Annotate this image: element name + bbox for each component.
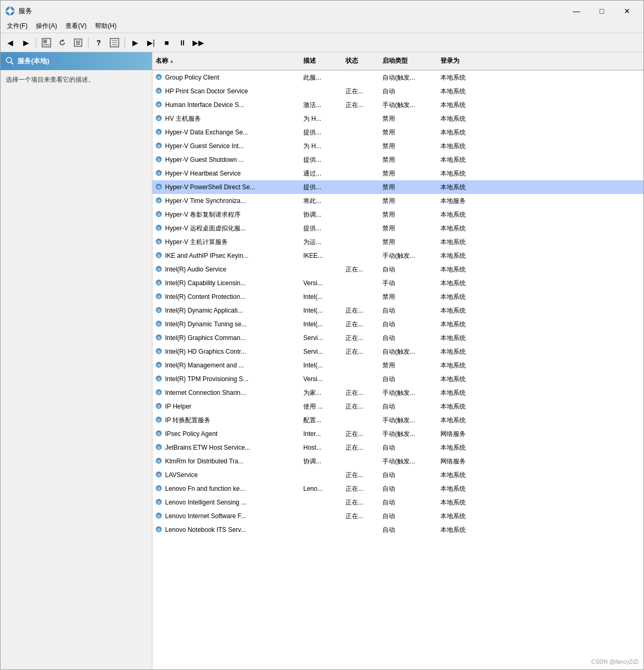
service-row[interactable]: Intel(R) Graphics Comman...Servi...正在...…: [152, 331, 643, 345]
service-row[interactable]: Hyper-V Guest Service Int...为 H...禁用本地系统: [152, 139, 643, 153]
service-row[interactable]: HP Print Scan Doctor Service正在...自动本地系统: [152, 84, 643, 98]
service-gear-icon: [155, 430, 163, 438]
service-row[interactable]: Hyper-V 卷影复制请求程序协调...禁用本地系统: [152, 208, 643, 221]
service-row[interactable]: IKE and AuthIP IPsec Keyin...IKEE...手动(触…: [152, 249, 643, 263]
service-row[interactable]: Hyper-V 远程桌面虚拟化服...提供...禁用本地系统: [152, 221, 643, 235]
col-header-status[interactable]: 状态: [342, 54, 379, 67]
service-row[interactable]: Group Policy Client此服...自动(触发...本地系统: [152, 71, 643, 84]
service-startup-cell: 手动(触发...: [379, 250, 437, 261]
app-icon: [5, 6, 15, 16]
service-logon-cell: 本地系统: [437, 497, 490, 508]
service-row[interactable]: Intel(R) Audio Service正在...自动本地系统: [152, 263, 643, 276]
menu-help[interactable]: 帮助(H): [91, 21, 121, 32]
service-row[interactable]: Human Interface Device S...激活...正在...手动(…: [152, 98, 643, 112]
menu-file[interactable]: 文件(F): [3, 21, 32, 32]
svg-point-33: [158, 132, 160, 133]
back-button[interactable]: ◀: [3, 36, 17, 50]
service-name-cell: Intel(R) Dynamic Tuning se...: [152, 319, 300, 329]
svg-point-111: [158, 488, 160, 490]
service-row[interactable]: IPsec Policy AgentInter...正在...手动(触发...网…: [152, 427, 643, 441]
minimize-button[interactable]: —: [564, 4, 589, 18]
stop-button[interactable]: ■: [159, 36, 174, 50]
close-button[interactable]: ✕: [615, 4, 639, 18]
service-desc-cell: [300, 515, 342, 517]
service-startup-cell: 手动(触发...: [379, 100, 437, 111]
service-row[interactable]: Lenovo Internet Software F...正在...自动本地系统: [152, 509, 643, 523]
export-button[interactable]: [71, 36, 85, 50]
col-header-name[interactable]: 名称 ▲: [152, 54, 300, 67]
properties-button[interactable]: [107, 36, 122, 50]
menu-bar: 文件(F) 操作(A) 查看(V) 帮助(H): [1, 20, 643, 33]
service-name-cell: Lenovo Notebook ITS Serv...: [152, 525, 300, 535]
service-row[interactable]: IP 转换配置服务配置...手动(触发...本地系统: [152, 413, 643, 427]
menu-view[interactable]: 查看(V): [61, 21, 91, 32]
service-status-cell: [342, 159, 379, 161]
service-row[interactable]: Hyper-V Data Exchange Se...提供...禁用本地系统: [152, 125, 643, 139]
service-name-cell: Group Policy Client: [152, 72, 300, 83]
start-button[interactable]: ▶: [128, 36, 142, 50]
service-row[interactable]: Hyper-V Heartbeat Service通过...禁用本地系统: [152, 167, 643, 180]
service-status-cell: [342, 76, 379, 79]
start-selected-button[interactable]: ▶|: [143, 36, 158, 50]
service-gear-icon: [155, 498, 163, 507]
service-row[interactable]: Hyper-V Time Synchroniza...将此...禁用本地服务: [152, 194, 643, 208]
forward-button[interactable]: ▶: [18, 36, 33, 50]
service-desc-cell: Intel(...: [300, 361, 342, 370]
service-row[interactable]: IP Helper使用 ...正在...自动本地系统: [152, 400, 643, 413]
service-row[interactable]: Intel(R) HD Graphics Contr...Servi...正在.…: [152, 345, 643, 358]
service-row[interactable]: KtmRm for Distributed Tra...协调...手动(触发..…: [152, 454, 643, 468]
service-row[interactable]: Hyper-V Guest Shutdown ...提供...禁用本地系统: [152, 153, 643, 167]
service-startup-cell: 自动: [379, 86, 437, 97]
service-list[interactable]: Group Policy Client此服...自动(触发...本地系统 HP …: [152, 71, 643, 669]
service-name-cell: Hyper-V Heartbeat Service: [152, 168, 300, 179]
service-status-cell: [342, 282, 379, 284]
service-logon-cell: 网络服务: [437, 456, 490, 467]
refresh-button[interactable]: [55, 36, 70, 50]
service-startup-cell: 禁用: [379, 237, 437, 248]
svg-point-84: [158, 365, 160, 366]
col-header-logon[interactable]: 登录为: [437, 54, 490, 67]
resume-button[interactable]: ▶▶: [191, 36, 206, 50]
service-status-cell: 正在...: [342, 442, 379, 453]
menu-action[interactable]: 操作(A): [32, 21, 61, 32]
service-row[interactable]: Internet Connection Sharin...为家...正在...手…: [152, 386, 643, 400]
pause-button[interactable]: ⏸: [175, 36, 190, 50]
service-row[interactable]: Intel(R) Management and ...Intel(...禁用本地…: [152, 358, 643, 372]
service-row[interactable]: Lenovo Fn and function ke...Leno...正在...…: [152, 482, 643, 496]
col-header-desc[interactable]: 描述: [300, 54, 342, 67]
sort-arrow-name: ▲: [169, 59, 174, 64]
service-desc-cell: Intel(...: [300, 306, 342, 315]
service-name-cell: LAVService: [152, 470, 300, 480]
service-status-cell: 正在...: [342, 100, 379, 111]
service-gear-icon: [155, 526, 163, 534]
service-desc-cell: IKEE...: [300, 251, 342, 260]
service-row[interactable]: JetBrains ETW Host Service...Host...正在..…: [152, 441, 643, 454]
service-logon-cell: 本地系统: [437, 346, 490, 357]
service-status-cell: [342, 227, 379, 229]
col-header-startup[interactable]: 启动类型: [379, 54, 437, 67]
service-startup-cell: 禁用: [379, 113, 437, 124]
service-row[interactable]: Lenovo Intelligent Sensing ...正在...自动本地系…: [152, 496, 643, 509]
help-button[interactable]: ?: [91, 36, 106, 50]
service-row[interactable]: HV 主机服务为 H...禁用本地系统: [152, 112, 643, 125]
console-button[interactable]: [39, 36, 54, 50]
svg-point-42: [158, 173, 160, 174]
service-row[interactable]: Lenovo Notebook ITS Serv...自动本地系统: [152, 523, 643, 537]
service-name-cell: Intel(R) Content Protection...: [152, 292, 300, 302]
service-row[interactable]: LAVService正在...自动本地系统: [152, 468, 643, 482]
maximize-button[interactable]: □: [590, 4, 614, 18]
service-desc-cell: Servi...: [300, 333, 342, 343]
service-row[interactable]: Intel(R) Capability Licensin...Versi...手…: [152, 276, 643, 290]
service-startup-cell: 禁用: [379, 141, 437, 152]
service-desc-cell: 通过...: [300, 168, 342, 179]
service-row[interactable]: Intel(R) Dynamic Tuning se...Intel(...正在…: [152, 317, 643, 331]
service-row[interactable]: Intel(R) TPM Provisioning S...Versi...自动…: [152, 372, 643, 386]
service-gear-icon: [155, 197, 163, 205]
service-row[interactable]: Intel(R) Dynamic Applicati...Intel(...正在…: [152, 304, 643, 317]
service-row[interactable]: Hyper-V 主机计算服务为运...禁用本地系统: [152, 235, 643, 249]
service-logon-cell: 本地系统: [437, 209, 490, 220]
service-status-cell: 正在...: [342, 319, 379, 330]
service-gear-icon: [155, 73, 163, 82]
service-row[interactable]: Intel(R) Content Protection...Intel(...禁…: [152, 290, 643, 304]
service-row[interactable]: Hyper-V PowerShell Direct Se...提供...禁用本地…: [152, 180, 643, 194]
